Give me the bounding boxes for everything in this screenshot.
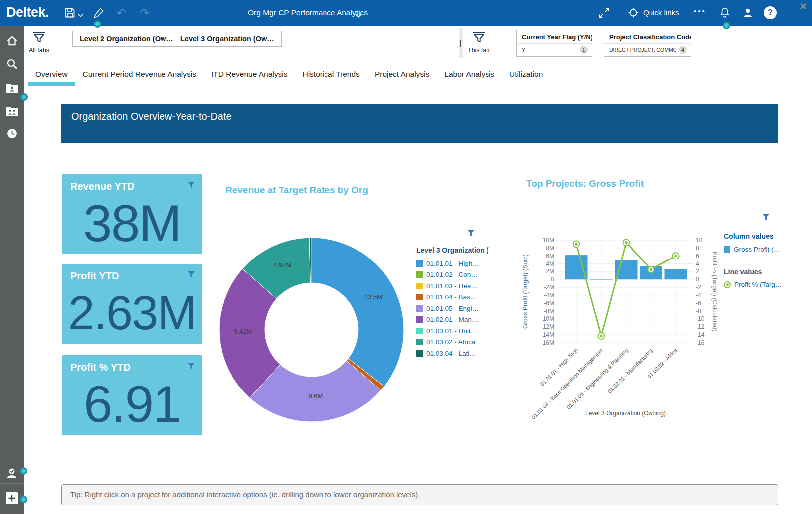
x-axis-title: Level 3 Organization (Owning) xyxy=(585,410,666,417)
sidebar-item-recent-clock[interactable] xyxy=(0,124,24,143)
x-axis-category-label[interactable]: 01.02.01 - Manufacturing xyxy=(606,347,653,394)
filter-chip-level2-org[interactable]: Level 2 Organization (Ow… xyxy=(72,31,181,47)
donut-legend-item[interactable]: 01.02.01 - Man… xyxy=(416,314,488,326)
legend-swatch-icon xyxy=(416,328,423,334)
donut-chart-title: Revenue at Target Rates by Org xyxy=(225,185,368,196)
legend-label: 01.01.02 - Con… xyxy=(426,271,478,278)
legend-swatch-icon xyxy=(416,271,423,278)
donut-filter-funnel-icon[interactable] xyxy=(467,229,475,239)
left-axis-tick-label: 4M xyxy=(546,260,554,267)
tab-current-period-revenue-analysis[interactable]: Current Period Revenue Analysis xyxy=(75,62,204,86)
filter-chip-value: Y xyxy=(522,47,577,53)
combo-chart[interactable]: 10M108M86M64M42M200-2M-2-4M-4-6M-6-8M-8-… xyxy=(508,219,718,423)
legend-label: 01.02.01 - Man… xyxy=(426,316,478,323)
kpi-label: Profit YTD xyxy=(70,270,119,282)
donut-legend-item[interactable]: 01.01.05 - Engi… xyxy=(416,303,488,314)
donut-segment[interactable] xyxy=(312,238,404,387)
donut-data-label: 9.42M xyxy=(234,328,252,335)
combo-legend: Column values Gross Profit (… Line value… xyxy=(724,232,791,303)
donut-legend-item[interactable]: 01.01.02 - Con… xyxy=(416,269,488,281)
tab-utilization[interactable]: Utilization xyxy=(502,62,550,86)
tab-labor-analysis[interactable]: Labor Analysis xyxy=(437,62,502,86)
help-icon[interactable]: ? xyxy=(764,6,777,19)
notifications-bell-icon[interactable] xyxy=(719,7,731,19)
report-title[interactable]: Org Mgr CP Performance Analytics xyxy=(248,0,368,26)
filter-funnel-icon[interactable] xyxy=(187,362,195,372)
kpi-card-profit-pct-ytd[interactable]: Profit % YTD 6.91 xyxy=(62,355,202,435)
report-tab-strip: OverviewCurrent Period Revenue AnalysisI… xyxy=(24,62,812,86)
right-axis-tick-label: 10 xyxy=(696,237,703,244)
donut-legend-item[interactable]: 01.01.01 - High… xyxy=(416,258,488,269)
filter-chip-current-year-flag[interactable]: Current Year Flag (Y/N) Y 1 xyxy=(516,30,592,57)
deltek-analytics-app: Deltek. ↶ ↷ Org Mgr CP Performance Analy… xyxy=(0,0,812,518)
filter-chip-project-classification[interactable]: Project Classification Code DIRECT PROJE… xyxy=(604,30,691,57)
left-axis-tick-label: -12M xyxy=(541,323,554,330)
legend-swatch-icon xyxy=(416,260,423,267)
legend-swatch-icon xyxy=(416,283,423,289)
sidebar-item-home[interactable] xyxy=(0,31,24,51)
save-dropdown-chevron-icon[interactable] xyxy=(78,11,90,23)
kpi-card-profit-ytd[interactable]: Profit YTD 2.63M xyxy=(62,264,202,344)
user-profile-icon[interactable] xyxy=(742,7,754,19)
filter-pane-drag-handle[interactable] xyxy=(459,28,463,58)
deltek-logo: Deltek. xyxy=(6,5,49,20)
legend-label: 01.01.05 - Engi… xyxy=(426,305,479,312)
redo-icon[interactable]: ↷ xyxy=(139,7,151,19)
combo-chart-title: Top Projects: Gross Profit xyxy=(526,178,644,189)
beacon-indicator[interactable] xyxy=(723,22,730,29)
bar-gross-profit[interactable] xyxy=(565,255,588,279)
save-icon[interactable] xyxy=(64,7,76,19)
donut-legend: Level 3 Organization ( 01.01.01 - High…0… xyxy=(416,246,488,359)
donut-legend-item[interactable]: 01.03.04 - Lati… xyxy=(416,348,488,359)
legend-item-profit-pct[interactable]: Profit % (Targ… xyxy=(724,279,791,291)
kpi-card-revenue-ytd[interactable]: Revenue YTD 38M xyxy=(62,174,202,254)
bar-gross-profit[interactable] xyxy=(665,269,687,280)
donut-legend-item[interactable]: 01.01.03 - Hea… xyxy=(416,280,488,292)
target-crosshair-icon[interactable] xyxy=(627,7,639,19)
report-title-chevron-icon[interactable] xyxy=(355,11,362,20)
column-swatch-icon xyxy=(724,246,730,253)
fullscreen-expand-icon[interactable] xyxy=(598,7,610,19)
left-axis-tick-label: -8M xyxy=(544,308,554,315)
line-marker-dot xyxy=(600,335,603,338)
more-options-icon[interactable]: ••• xyxy=(694,7,706,15)
legend-swatch-icon xyxy=(416,339,423,345)
donut-legend-item[interactable]: 01.01.04 - Bas… xyxy=(416,292,488,303)
beacon-indicator[interactable] xyxy=(20,467,27,475)
sidebar-item-search[interactable] xyxy=(0,54,24,74)
left-sidebar xyxy=(0,26,24,514)
donut-legend-item[interactable]: 01.03.01 - Unit… xyxy=(416,325,488,337)
close-icon[interactable]: ✕ xyxy=(799,1,807,12)
donut-chart[interactable]: 13.5M9.6M9.42M4.97M xyxy=(217,235,406,424)
donut-legend-item[interactable]: 01.03.02 - Africa xyxy=(416,337,488,348)
right-axis-tick-label: -14 xyxy=(696,331,705,338)
filter-funnel-icon[interactable] xyxy=(187,181,195,191)
sidebar-item-shared-folder[interactable] xyxy=(0,101,24,121)
undo-icon[interactable]: ↶ xyxy=(116,7,128,19)
tab-overview[interactable]: Overview xyxy=(28,62,75,86)
tab-historical-trends[interactable]: Historical Trends xyxy=(295,62,367,86)
bar-gross-profit[interactable] xyxy=(590,279,613,280)
legend-label: 01.03.04 - Lati… xyxy=(426,350,476,357)
right-axis-tick-label: -16 xyxy=(696,339,705,346)
legend-label: 01.01.01 - High… xyxy=(426,260,479,267)
this-tab-filter-button[interactable]: This tab xyxy=(468,32,489,54)
line-marker-dot xyxy=(625,241,628,244)
quick-links-button[interactable]: Quick links xyxy=(643,0,679,26)
all-tabs-filter-button[interactable]: All tabs xyxy=(29,32,49,54)
tab-label: Project Analysis xyxy=(375,70,429,79)
right-axis-tick-label: -8 xyxy=(696,308,701,315)
sidebar-item-my-folder[interactable] xyxy=(0,78,24,98)
filter-chip-level3-org[interactable]: Level 3 Organization (Ow… xyxy=(173,31,282,47)
legend-item-gross-profit[interactable]: Gross Profit (… xyxy=(724,244,791,255)
combo-filter-funnel-icon[interactable] xyxy=(762,213,770,223)
right-axis-tick-label: -2 xyxy=(696,284,701,291)
tab-itd-revenue-analysis[interactable]: ITD Revenue Analysis xyxy=(204,62,295,86)
beacon-indicator[interactable] xyxy=(94,20,101,28)
tab-label: Historical Trends xyxy=(302,70,359,79)
edit-pencil-icon[interactable] xyxy=(93,7,105,19)
tab-project-analysis[interactable]: Project Analysis xyxy=(367,62,437,86)
beacon-indicator[interactable] xyxy=(20,93,28,101)
beacon-indicator[interactable] xyxy=(20,496,27,503)
filter-funnel-icon[interactable] xyxy=(187,271,195,280)
